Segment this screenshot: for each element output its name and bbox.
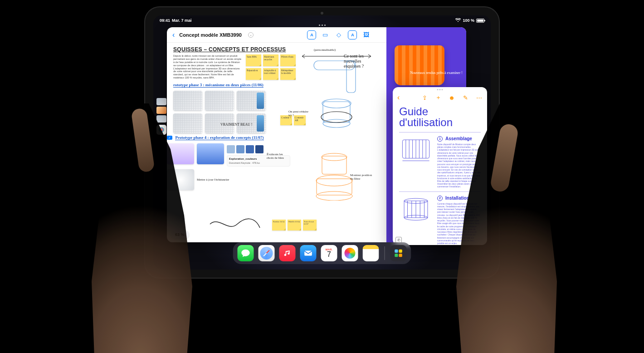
assemblage-diagram — [399, 136, 433, 167]
handwritten-purple-note: Nouveaux rendus prêts à examiner ! — [410, 71, 463, 75]
photos-app-icon[interactable] — [156, 125, 166, 135]
markup-tool-icon[interactable]: A — [307, 30, 316, 39]
thumbnail[interactable] — [197, 143, 224, 164]
swatch[interactable] — [255, 145, 263, 153]
svg-rect-9 — [322, 156, 346, 174]
guide-section: 2Installation Comme chaque dispositif es… — [399, 191, 481, 245]
svg-rect-33 — [395, 254, 398, 257]
slideover-handle[interactable] — [437, 89, 443, 90]
thumbnail[interactable] — [167, 169, 194, 190]
guide-back-button[interactable]: ‹ — [397, 93, 400, 102]
sticky-note[interactable]: Réparation — [246, 68, 261, 80]
swatch[interactable] — [227, 145, 235, 153]
back-button[interactable]: ‹ — [172, 31, 175, 39]
installation-diagram — [399, 196, 433, 226]
title-dropdown-icon[interactable]: ⌄ — [248, 32, 254, 38]
sticky-note[interactable]: Sans BPA — [246, 54, 261, 66]
status-date: Mar. 7 mai — [172, 18, 192, 23]
ipad-screen: 09:41 Mar. 7 mai 100 % — [153, 15, 491, 270]
pin-icon[interactable]: ✎ — [462, 94, 469, 101]
app-library-icon[interactable] — [390, 245, 407, 261]
step-number: 1 — [437, 136, 443, 142]
calendar-app-icon[interactable]: MAR. 7 — [321, 245, 337, 261]
guide-slideover-window[interactable]: ‹ ⇪ ＋ ☻ ✎ ⋯ Guide d'utilisation — [393, 87, 487, 245]
step-number: 2 — [437, 196, 443, 201]
guide-title: Guide d'utilisation — [393, 104, 487, 132]
media-tool-icon[interactable]: 🖼 — [361, 30, 371, 39]
handwritten-evaluons: Évaluons les choix de bleu — [267, 152, 289, 160]
wifi-icon — [455, 18, 461, 23]
swatch[interactable] — [236, 145, 244, 153]
multitasking-handle[interactable] — [316, 25, 328, 26]
notes-app-icon[interactable] — [363, 245, 379, 261]
photo-thumb[interactable] — [156, 115, 166, 123]
photo-thumb[interactable] — [156, 107, 166, 114]
safari-app-icon[interactable] — [259, 245, 275, 261]
svg-point-12 — [316, 191, 352, 201]
handwritten-mettre: Mettre à jour l'échéancier — [197, 178, 229, 181]
battery-percent: 100 % — [463, 18, 474, 23]
squiggle-drawing — [208, 215, 262, 233]
add-icon[interactable]: ＋ — [434, 94, 442, 101]
svg-point-10 — [316, 175, 352, 186]
swatch[interactable] — [246, 145, 254, 153]
filter-sketch — [305, 58, 373, 149]
thumbnail[interactable] — [167, 143, 194, 164]
photos-sidebar[interactable] — [155, 98, 168, 135]
handwritten-reduce: On peut réduire ici ? — [288, 110, 309, 117]
share-icon[interactable]: ⇪ — [421, 94, 428, 101]
step-text: Comme chaque dispositif est fabriqué sur… — [437, 203, 481, 245]
svg-rect-32 — [399, 250, 402, 253]
checkbox-icon[interactable]: ✓ — [167, 136, 172, 140]
photos-app-icon[interactable] — [342, 245, 358, 261]
ipad-device: 09:41 Mar. 7 mai 100 % — [144, 6, 500, 279]
svg-point-7 — [321, 112, 352, 123]
thumbnail[interactable] — [173, 113, 202, 133]
phase4-title: Prototype phase 4 : exploration de conce… — [175, 135, 263, 140]
sticky-note[interactable]: Filtres d'eau — [280, 54, 296, 66]
render-image — [395, 45, 444, 85]
svg-point-0 — [159, 127, 164, 132]
status-time: 09:41 — [160, 18, 170, 23]
more-icon[interactable]: ⋯ — [475, 94, 483, 101]
guide-section: 1Assemblage Notre dispositif de filtrati… — [399, 132, 481, 191]
svg-rect-30 — [304, 251, 312, 256]
dock-separator — [385, 246, 385, 260]
step-title: Installation — [445, 196, 469, 201]
music-app-icon[interactable] — [279, 245, 296, 261]
status-bar: 09:41 Mar. 7 mai 100 % — [153, 17, 491, 24]
battery-icon — [476, 19, 484, 23]
handwritten-montrez: Montrez position du filtre — [350, 173, 375, 181]
sticky-note[interactable]: Réimprimer le modèle — [280, 68, 296, 80]
sticky-note[interactable]: Matériaux recyclés — [263, 54, 278, 66]
svg-point-8 — [322, 153, 347, 161]
mail-app-icon[interactable] — [300, 245, 317, 261]
guide-toolbar: ‹ ⇪ ＋ ☻ ✎ ⋯ — [393, 91, 487, 104]
step-title: Assemblage — [445, 136, 472, 141]
color-swatches — [227, 145, 266, 153]
zoom-badge[interactable]: 63 % — [171, 230, 189, 239]
sticky-note[interactable]: Rendus 10/24 — [272, 220, 286, 230]
tag-icon[interactable]: ☻ — [448, 94, 455, 101]
sticky-note[interactable]: Adaptable à tout robinet — [263, 68, 278, 80]
handwritten-beau: VRAIMENT BEAU ! — [220, 123, 253, 127]
step-text: Notre dispositif de filtration compte de… — [437, 143, 481, 189]
dock: MAR. 7 — [233, 242, 411, 264]
messages-app-icon[interactable] — [238, 245, 254, 261]
svg-point-4 — [322, 99, 351, 108]
handwritten-question: Ce sont les nouvelles esquisses ? — [344, 54, 376, 69]
sticky-tool-icon[interactable]: ▭ — [321, 30, 330, 39]
calendar-day: 7 — [327, 251, 331, 258]
svg-rect-34 — [399, 254, 402, 257]
svg-rect-31 — [395, 250, 398, 253]
svg-point-6 — [323, 119, 350, 127]
thumbnail[interactable] — [205, 91, 234, 111]
intro-paragraph: Depuis le début, notre mission est de co… — [173, 54, 241, 80]
document-title[interactable]: Concept modèle XMB3990 — [179, 32, 242, 38]
text-tool-icon[interactable]: A — [348, 30, 357, 39]
photo-thumb[interactable] — [156, 98, 166, 105]
thumbnail[interactable] — [173, 91, 202, 111]
shape-tool-icon[interactable]: ◇ — [334, 30, 343, 39]
handwritten-personnalisable: (personnalisable) — [314, 48, 336, 52]
thumbnail[interactable] — [237, 91, 266, 111]
